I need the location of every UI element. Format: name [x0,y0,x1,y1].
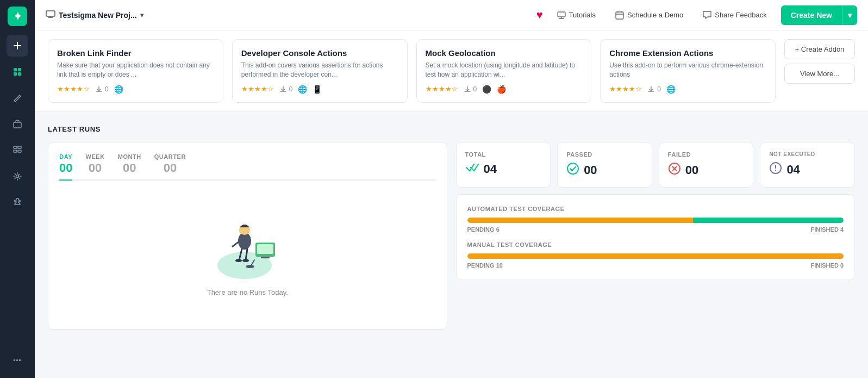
view-more-button[interactable]: View More... [784,64,855,84]
runs-empty-state: There are no Runs Today. [59,189,436,318]
platform-web-icon: 🌐 [114,85,123,94]
tutorials-label: Tutorials [569,11,596,19]
sidebar-item-settings[interactable] [7,165,28,187]
manual-pending-bar [467,253,844,259]
addon-description: Make sure that your application does not… [57,61,214,79]
stat-total-value: 04 [484,162,497,176]
not-executed-icon [769,162,782,178]
svg-rect-3 [18,68,21,71]
create-addon-button[interactable]: + Create Addon [784,39,855,59]
sidebar-item-editor[interactable] [7,87,28,109]
svg-rect-12 [46,11,55,16]
runs-grid: DAY 00 WEEK 00 MONTH 00 QUARTER 00 [48,142,855,330]
svg-rect-25 [261,257,270,258]
addon-card-console: Developer Console Actions This add-on co… [232,39,408,103]
addon-title: Mock Geolocation [426,48,583,58]
sidebar-item-plugins[interactable] [7,191,28,213]
svg-rect-7 [14,146,17,148]
svg-point-28 [246,265,254,268]
automated-finished-bar [693,218,844,223]
project-selector[interactable]: Testsigma New Proj... ▾ [46,10,143,20]
schedule-demo-button[interactable]: Schedule a Demo [610,8,689,23]
create-new-button[interactable]: Create New ▾ [781,5,857,25]
heart-icon[interactable]: ♥ [536,9,543,21]
svg-line-22 [233,241,239,246]
main-content: Broken Link Finder Make sure that your a… [35,0,868,378]
platform-android-icon: ⚫ [482,85,491,94]
stat-failed-label: FAILED [668,151,691,158]
platform-ios-icon: 🍎 [497,85,506,94]
runs-section-title: LATEST RUNS [48,125,855,133]
sidebar-item-add[interactable] [7,35,28,57]
stat-passed-label: PASSED [566,151,592,158]
sidebar-item-more[interactable]: ••• [7,350,28,371]
tab-month[interactable]: MONTH 00 [118,153,141,179]
download-icon [464,85,471,93]
addons-side-actions: + Create Addon View More... [784,39,855,103]
runs-tabs: DAY 00 WEEK 00 MONTH 00 QUARTER 00 [59,153,436,181]
tab-day-label: DAY [59,153,72,160]
sidebar-item-briefcase[interactable] [7,113,28,135]
addon-title: Developer Console Actions [241,48,398,58]
tutorials-icon [557,11,566,19]
empty-state-illustration [207,211,288,282]
tab-quarter-value: 00 [164,161,177,175]
feedback-button[interactable]: Share Feedback [697,8,772,22]
failed-icon [668,162,681,178]
passed-icon [566,162,579,178]
download-icon [647,85,655,93]
manual-coverage-meta: PENDING 10 FINISHED 0 [467,262,844,269]
automated-coverage-meta: PENDING 6 FINISHED 4 [467,226,844,233]
addon-card-geolocation: Mock Geolocation Set a mock location (us… [416,39,592,103]
create-new-dropdown-arrow[interactable]: ▾ [842,5,857,25]
download-icon [95,85,103,93]
tab-month-value: 00 [123,161,136,175]
runs-empty-text: There are no Runs Today. [207,288,288,296]
svg-rect-13 [558,12,565,17]
svg-rect-5 [18,72,21,76]
tab-week-value: 00 [89,161,102,175]
svg-rect-6 [14,122,21,128]
stat-card-total: TOTAL 04 [456,142,551,188]
stat-not-executed-label: NOT EXECUTED [769,151,815,157]
tab-day-value: 00 [59,161,72,175]
addon-stars: ★★★★☆ [609,85,642,93]
addon-card-chrome: Chrome Extension Actions Use this add-on… [600,39,776,103]
addon-card-broken-link: Broken Link Finder Make sure that your a… [48,39,223,103]
stat-total-label: TOTAL [465,151,486,158]
stat-passed-value: 00 [584,163,597,177]
runs-right-panel: TOTAL 04 PASSED [456,142,855,330]
manual-finished-label: FINISHED 0 [810,262,844,269]
svg-point-29 [567,163,578,174]
calendar-icon [615,11,624,20]
tutorials-button[interactable]: Tutorials [552,8,601,22]
automated-pending-bar [467,218,694,223]
create-new-label: Create New [781,5,842,25]
runs-section: LATEST RUNS DAY 00 WEEK 00 MONTH 00 [35,112,868,343]
addon-downloads: 0 [105,85,109,93]
addon-downloads: 0 [289,85,293,93]
svg-rect-14 [616,12,623,19]
tab-day[interactable]: DAY 00 [59,153,72,179]
addon-title: Broken Link Finder [57,48,214,58]
stat-card-passed: PASSED 00 [557,142,652,188]
platform-mobile-icon: 📱 [313,85,322,94]
app-logo[interactable]: ✦ [8,7,27,26]
stat-not-executed-value: 04 [786,163,800,177]
stats-row: TOTAL 04 PASSED [456,142,855,188]
svg-rect-8 [18,146,21,148]
monitor-icon [46,10,55,20]
sidebar-item-dashboard[interactable] [7,61,28,83]
addon-downloads: 0 [473,85,477,93]
addon-stars: ★★★★☆ [426,85,458,93]
schedule-label: Schedule a Demo [627,11,683,19]
svg-rect-4 [14,72,17,76]
automated-finished-label: FINISHED 4 [810,226,844,233]
tab-quarter[interactable]: QUARTER 00 [154,153,186,179]
addon-stars: ★★★★☆ [241,85,274,93]
tab-week[interactable]: WEEK 00 [85,153,104,179]
tab-month-label: MONTH [118,153,141,160]
chevron-down-icon: ▾ [140,11,143,19]
download-icon [279,85,287,93]
sidebar-item-runs[interactable] [7,139,28,161]
